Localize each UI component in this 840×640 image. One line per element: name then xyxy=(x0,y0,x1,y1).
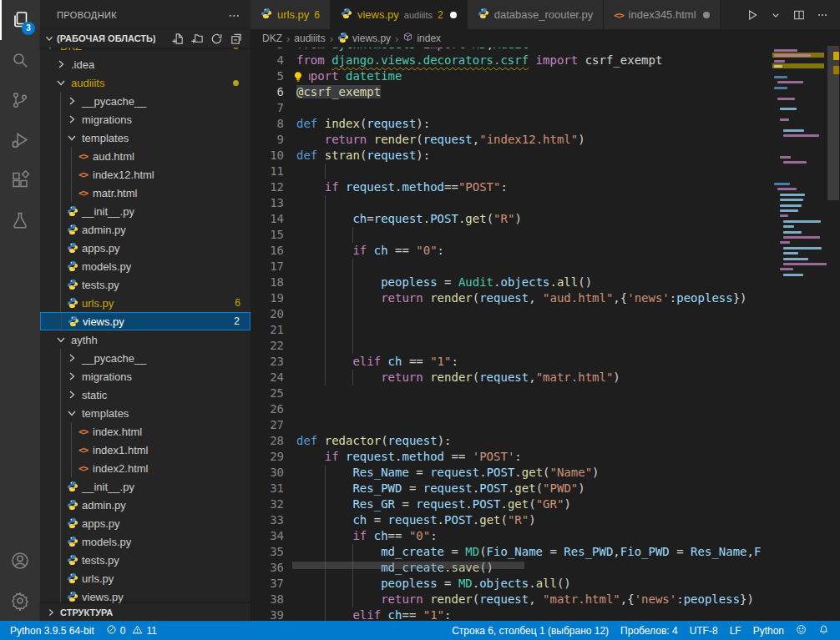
tree-item-static[interactable]: static xyxy=(40,386,250,404)
refresh-icon[interactable] xyxy=(210,33,223,45)
status-indentation[interactable]: Пробелов: 4 xyxy=(615,621,684,640)
code-line-13[interactable]: 13 xyxy=(250,195,772,211)
horizontal-scrollbar[interactable] xyxy=(292,562,524,569)
workspace-section-header[interactable]: (РАБОЧАЯ ОБЛАСТЬ) ... xyxy=(40,29,250,48)
tree-item-models-py[interactable]: models.py xyxy=(40,532,250,551)
code-line-17[interactable]: 17 xyxy=(250,259,772,275)
code-line-24[interactable]: 24return render(request,"matr.html") xyxy=(250,370,772,386)
tree-item--pycache-[interactable]: __pycache__ xyxy=(40,92,250,110)
line-number[interactable]: 29 xyxy=(250,449,284,465)
code-line-32[interactable]: 32Res_GR = request.POST.get("GR") xyxy=(250,496,772,512)
code-line-5[interactable]: 5import datetime xyxy=(250,68,772,84)
status-notifications[interactable] xyxy=(812,621,835,640)
line-number[interactable]: 36 xyxy=(250,560,284,576)
tree-item--pycache-[interactable]: __pycache__ xyxy=(40,349,250,367)
code-line-31[interactable]: 31Res_PWD = request.POST.get("PWD") xyxy=(250,481,772,496)
chevron-down-icon[interactable] xyxy=(767,6,785,24)
line-number[interactable]: 8 xyxy=(250,116,284,132)
code-line-20[interactable]: 20 xyxy=(250,306,772,322)
line-number[interactable]: 16 xyxy=(250,243,284,259)
code-line-6[interactable]: 6@csrf_exempt xyxy=(250,84,772,100)
line-number[interactable]: 13 xyxy=(250,195,284,211)
tree-item-audiiits[interactable]: audiiits xyxy=(40,73,250,92)
line-number[interactable]: 31 xyxy=(250,481,284,496)
tree-item-templates[interactable]: templates xyxy=(40,404,250,422)
tree-item-tests-py[interactable]: tests.py xyxy=(40,551,250,569)
code-line-15[interactable]: 15 xyxy=(250,227,772,243)
tab-database-roouter-py[interactable]: database_roouter.py xyxy=(468,0,605,29)
sidebar-item-search[interactable] xyxy=(0,40,40,80)
code-line-21[interactable]: 21 xyxy=(250,322,772,338)
tree-item-matr-html[interactable]: <>matr.html xyxy=(40,184,250,202)
minimap[interactable] xyxy=(772,48,827,621)
code-line-19[interactable]: 19return render(request, "aud.html",{'ne… xyxy=(250,290,772,306)
tab-urls-py[interactable]: urls.py6 xyxy=(250,0,331,29)
status-python-version[interactable]: Python 3.9.5 64-bit xyxy=(4,621,100,640)
code-line-33[interactable]: 33ch = request.POST.get("R") xyxy=(250,512,772,528)
new-folder-icon[interactable] xyxy=(191,33,204,45)
tree-item-apps-py[interactable]: apps.py xyxy=(40,514,250,532)
line-number[interactable]: 5 xyxy=(250,68,284,84)
line-number[interactable]: 15 xyxy=(250,227,284,243)
tree-item-tests-py[interactable]: tests.py xyxy=(40,275,250,294)
sidebar-item-explorer[interactable]: 3 xyxy=(0,0,40,40)
tree-item-apps-py[interactable]: apps.py xyxy=(40,239,250,257)
code-line-4[interactable]: 4from django.views.decorators.csrf impor… xyxy=(250,53,772,68)
tree-item-admin-py[interactable]: admin.py xyxy=(40,496,250,514)
line-number[interactable]: 32 xyxy=(250,496,284,512)
line-number[interactable]: 38 xyxy=(250,592,284,607)
code-line-10[interactable]: 10def stran(request): xyxy=(250,148,772,164)
settings-button[interactable] xyxy=(0,581,40,621)
line-number[interactable]: 12 xyxy=(250,179,284,195)
tree-item-urls-py[interactable]: urls.py6 xyxy=(40,294,250,312)
code-line-12[interactable]: 12if request.method=="POST": xyxy=(250,179,772,195)
split-editor-icon[interactable] xyxy=(790,6,808,24)
line-number[interactable]: 24 xyxy=(250,370,284,386)
problems-indicator[interactable]: 011 xyxy=(100,621,163,640)
sidebar-item-testing[interactable] xyxy=(0,200,40,240)
tree-item-views-py[interactable]: views.py xyxy=(40,587,250,603)
status-encoding[interactable]: UTF-8 xyxy=(684,621,724,640)
code-line-34[interactable]: 34if ch== "0": xyxy=(250,528,772,544)
line-number[interactable]: 10 xyxy=(250,148,284,164)
tree-item-aud-html[interactable]: <>aud.html xyxy=(40,147,250,165)
code-line-30[interactable]: 30Res_Name = request.POST.get("Name") xyxy=(250,465,772,481)
tree-item-models-py[interactable]: models.py xyxy=(40,257,250,275)
code-line-39[interactable]: 39elif ch== "1": xyxy=(250,607,772,621)
breadcrumb-item-views-py[interactable]: views.py xyxy=(337,32,391,46)
status-language-mode[interactable]: Python xyxy=(747,621,790,640)
line-number[interactable]: 4 xyxy=(250,53,284,68)
tree-item-index2-html[interactable]: <>index2.html xyxy=(40,459,250,477)
tree-item-templates[interactable]: templates xyxy=(40,129,250,147)
line-number[interactable]: 25 xyxy=(250,386,284,401)
tree-item-aythh[interactable]: aythh xyxy=(40,330,250,349)
line-number[interactable]: 7 xyxy=(250,100,284,116)
line-number[interactable]: 17 xyxy=(250,259,284,275)
line-number[interactable]: 35 xyxy=(250,544,284,560)
line-number[interactable]: 6 xyxy=(250,84,284,100)
collapse-all-icon[interactable] xyxy=(230,33,242,45)
code-line-28[interactable]: 28def redactor(request): xyxy=(250,433,772,449)
lightbulb-icon[interactable] xyxy=(292,69,309,83)
code-line-11[interactable]: 11 xyxy=(250,164,772,179)
code-line-9[interactable]: 9return render(request,"index12.html") xyxy=(250,132,772,148)
line-number[interactable]: 18 xyxy=(250,275,284,290)
line-number[interactable]: 9 xyxy=(250,132,284,148)
status-feedback[interactable] xyxy=(790,621,812,640)
line-number[interactable]: 23 xyxy=(250,354,284,370)
tree-item-migrations[interactable]: migrations xyxy=(40,367,250,386)
more-actions-icon[interactable]: ⋯ xyxy=(229,8,240,22)
line-number[interactable]: 19 xyxy=(250,290,284,306)
tree-item-dkz[interactable]: DKZ xyxy=(40,48,250,55)
tree-item--init-py[interactable]: __init__.py xyxy=(40,477,250,496)
tree-item-views-py[interactable]: views.py2 xyxy=(40,312,250,330)
more-actions-icon[interactable] xyxy=(813,6,832,24)
code-line-18[interactable]: 18peopless = Audit.objects.all() xyxy=(250,275,772,290)
breadcrumb-item-dkz[interactable]: DKZ xyxy=(262,33,282,44)
new-file-icon[interactable] xyxy=(172,33,185,45)
line-number[interactable]: 34 xyxy=(250,528,284,544)
code-line-29[interactable]: 29if request.method == 'POST': xyxy=(250,449,772,465)
code-line-27[interactable]: 27 xyxy=(250,417,772,433)
tree-item-migrations[interactable]: migrations xyxy=(40,110,250,129)
code-line-38[interactable]: 38return render(request, "matr.html",{'n… xyxy=(250,592,772,607)
